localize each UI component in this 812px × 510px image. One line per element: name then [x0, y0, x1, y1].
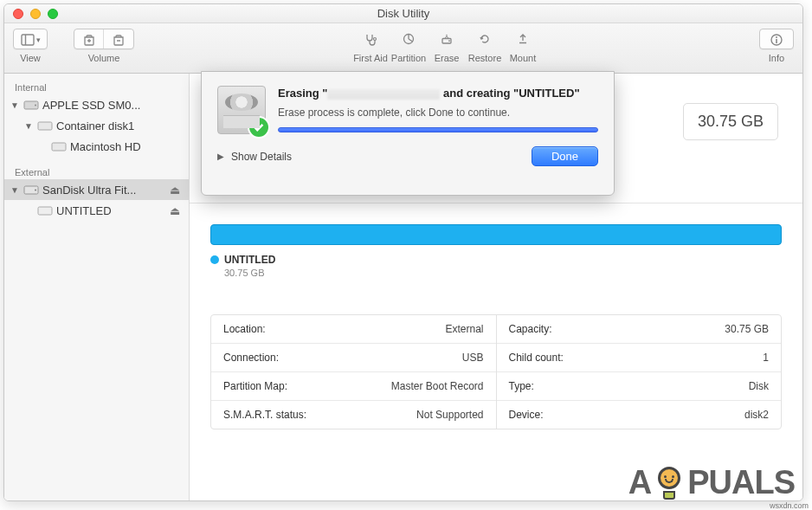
svg-point-6 — [446, 35, 447, 36]
info-row-child-count: Child count:1 — [497, 344, 782, 372]
view-label: View — [20, 53, 41, 63]
info-icon — [770, 33, 783, 47]
stethoscope-icon — [364, 32, 377, 46]
svg-rect-14 — [52, 143, 66, 151]
sidebar-item-internal-disk[interactable]: ▼ APPLE SSD SM0... — [4, 94, 189, 115]
firstaid-label: First Aid — [353, 53, 388, 63]
legend-dot-icon — [210, 255, 219, 264]
watermark-logo: A PUALS — [628, 464, 795, 501]
toolbar-volume-group: Volume — [74, 29, 134, 63]
volume-remove-button[interactable] — [104, 29, 133, 49]
svg-point-9 — [776, 36, 777, 38]
sidebar-item-label: UNTITLED — [56, 204, 166, 217]
sidebar-icon — [21, 33, 35, 47]
info-row-device: Device:disk2 — [497, 401, 782, 429]
mount-button[interactable] — [504, 29, 542, 49]
usage-legend: UNTITLED — [210, 254, 782, 266]
info-table: Location:External Connection:USB Partiti… — [210, 314, 782, 429]
legend-name: UNTITLED — [224, 254, 275, 266]
show-details-label: Show Details — [231, 151, 292, 163]
internal-disk-icon — [23, 98, 39, 112]
svg-point-5 — [448, 40, 450, 42]
erase-icon — [440, 32, 454, 46]
info-row-connection: Connection:USB — [211, 344, 496, 372]
info-label: Info — [769, 53, 784, 63]
volume-add-button[interactable] — [74, 29, 104, 49]
info-row-location: Location:External — [211, 315, 496, 344]
volume-add-icon — [82, 33, 96, 47]
firstaid-button[interactable] — [351, 29, 390, 49]
mount-icon — [516, 32, 530, 46]
piechart-icon — [402, 32, 416, 46]
sidebar-item-volume-untitled[interactable]: UNTITLED ⏏ — [4, 200, 189, 221]
sidebar-item-label: Container disk1 — [56, 119, 180, 132]
sidebar-header-external: External — [4, 164, 189, 179]
show-details-toggle[interactable]: ▶ Show Details — [217, 151, 292, 163]
disk-size-pill: 30.75 GB — [683, 103, 778, 140]
sidebar-item-volume-macintosh-hd[interactable]: Macintosh HD — [4, 136, 189, 157]
info-row-type: Type:Disk — [497, 372, 782, 401]
svg-rect-10 — [776, 39, 777, 43]
sidebar-item-label: APPLE SSD SM0... — [42, 99, 180, 112]
sidebar-header-internal: Internal — [4, 79, 189, 94]
window-title: Disk Utility — [4, 7, 802, 20]
toolbar-info-group: Info — [759, 29, 794, 63]
svg-rect-13 — [38, 122, 52, 130]
redacted-disk-name — [327, 89, 440, 100]
partition-button[interactable] — [390, 29, 428, 49]
svg-rect-0 — [22, 35, 34, 45]
svg-point-12 — [35, 105, 36, 107]
erase-complete-sheet: Erasing " and creating "UNTITLED" Erase … — [201, 71, 615, 196]
partition-label: Partition — [391, 53, 426, 63]
toolbar-center: First Aid Partition Erase Restore — [351, 29, 542, 63]
info-row-capacity: Capacity:30.75 GB — [497, 315, 782, 344]
restore-button[interactable] — [466, 29, 504, 49]
done-button[interactable]: Done — [532, 146, 598, 166]
external-disk-icon — [23, 183, 39, 197]
svg-point-16 — [35, 190, 36, 191]
sidebar-item-container[interactable]: ▼ Container disk1 — [4, 115, 189, 136]
usage-bar — [210, 224, 782, 245]
eject-icon[interactable]: ⏏ — [170, 184, 180, 197]
watermark-source: wsxdn.com — [770, 501, 809, 510]
disk-icon — [217, 86, 266, 134]
info-button[interactable] — [760, 29, 793, 49]
erase-button[interactable] — [428, 29, 466, 49]
svg-rect-17 — [38, 207, 52, 215]
chevron-down-icon: ▾ — [36, 36, 41, 44]
volume-label: Volume — [88, 53, 120, 63]
disclosure-triangle-icon[interactable]: ▼ — [10, 185, 20, 195]
eject-icon[interactable]: ⏏ — [170, 204, 180, 217]
external-disk-icon — [37, 203, 53, 217]
mount-label: Mount — [510, 53, 537, 63]
toolbar-view-group: ▾ View — [13, 29, 48, 63]
internal-disk-icon — [51, 139, 67, 153]
sidebar-item-external-disk[interactable]: ▼ SanDisk Ultra Fit... ⏏ — [4, 179, 189, 200]
view-button[interactable]: ▾ — [14, 29, 47, 49]
disclosure-triangle-icon[interactable]: ▼ — [10, 100, 20, 110]
svg-point-2 — [374, 38, 377, 41]
titlebar: Disk Utility — [4, 4, 802, 23]
legend-size: 30.75 GB — [224, 268, 782, 278]
internal-disk-icon — [37, 119, 53, 132]
volume-remove-icon — [112, 33, 126, 47]
restore-label: Restore — [468, 53, 502, 63]
info-row-smart: S.M.A.R.T. status:Not Supported — [211, 401, 496, 429]
info-row-partition-map: Partition Map:Master Boot Record — [211, 372, 496, 401]
toolbar: ▾ View Volume First Aid — [4, 23, 802, 74]
sidebar: Internal ▼ APPLE SSD SM0... ▼ Container … — [4, 74, 190, 500]
sheet-title: Erasing " and creating "UNTITLED" — [278, 86, 598, 101]
lightbulb-icon — [653, 467, 686, 500]
sidebar-item-label: SanDisk Ultra Fit... — [42, 184, 166, 197]
sidebar-item-label: Macintosh HD — [70, 140, 180, 153]
success-check-icon — [248, 116, 270, 139]
disclosure-triangle-icon: ▶ — [217, 152, 224, 161]
restore-icon — [478, 32, 492, 46]
sheet-message: Erase process is complete, click Done to… — [278, 107, 598, 119]
erase-label: Erase — [435, 53, 460, 63]
progress-bar — [278, 127, 598, 132]
disclosure-triangle-icon[interactable]: ▼ — [23, 121, 34, 131]
